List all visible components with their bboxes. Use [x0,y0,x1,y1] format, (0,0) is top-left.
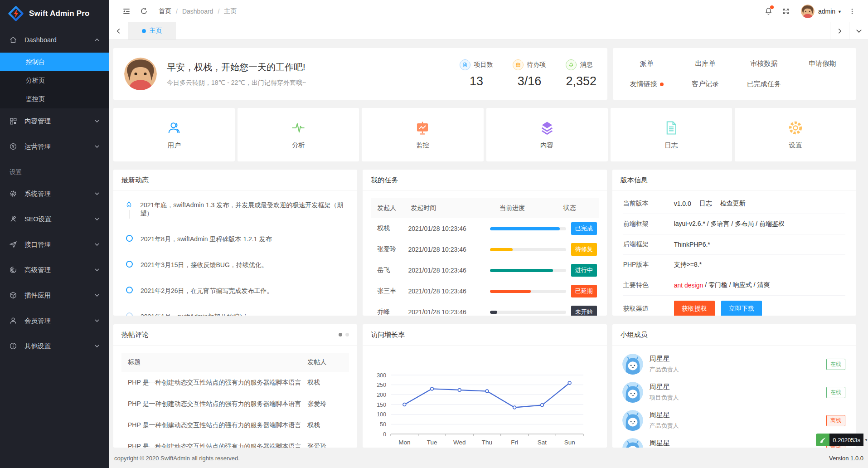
quick-link-done-tasks[interactable]: 已完成任务 [735,80,793,88]
chevron-down-icon [94,216,100,222]
welcome-subtitle: 今日多云转阴，18℃ - 22℃，出门记得穿外套哦~ [167,79,306,87]
home-icon [9,36,17,44]
chevron-down-icon [94,267,100,273]
table-row: PHP 是一种创建动态交互性站点的强有力的服务器端脚本语言 张爱玲 [121,393,349,414]
task-owner: 张三丰 [371,287,408,295]
status-badge: 已延期 [571,285,597,297]
row-label: 前端框架 [623,220,674,228]
shortcut-settings[interactable]: 设置 [735,108,856,161]
row-value: v1.0.0 [674,200,691,207]
quick-link-customers[interactable]: 客户记录 [676,80,734,88]
svg-text:Fri: Fri [511,439,519,446]
list-item: 2021年2月26日，在元宵节编写完成发布工作。 [125,287,346,312]
list-item: 周星星 测试负责人 离线 [622,434,845,448]
sidebar-item-advanced-mgmt[interactable]: 高级管理 [0,257,109,283]
tab-label: 主页 [150,27,162,35]
tabs-scroll-right-icon[interactable] [830,22,849,39]
app-root: Swift Admin Pro Dashboard 控制台 分析页 监控页 [0,0,868,468]
quick-link-dispatch[interactable]: 派单 [617,59,676,68]
task-owner: 张爱玲 [371,245,408,253]
svg-text:50: 50 [380,421,386,428]
notifications-bell-icon[interactable] [760,0,777,22]
chevron-down-icon [94,343,100,349]
subitem-label: 监控页 [26,95,45,103]
user-icon [166,120,182,136]
sidebar-item-api-mgmt[interactable]: 接口管理 [0,232,109,257]
fullscreen-icon[interactable] [777,0,795,22]
paper-plane-icon [9,240,17,249]
post-title[interactable]: PHP 是一种创建动态交互性站点的强有力的服务器端脚本语言 [121,443,307,448]
document-icon [460,59,470,70]
breadcrumb-home[interactable]: 首页 [159,7,171,15]
post-title[interactable]: PHP 是一种创建动态交互性站点的强有力的服务器端脚本语言 [121,400,307,408]
sidebar-item-other-settings[interactable]: 其他设置 [0,333,109,359]
welcome-card: 早安，权栈，开始您一天的工作吧! 今日多云转阴，18℃ - 22℃，出门记得穿外… [113,48,607,100]
quick-link-leave[interactable]: 申请假期 [793,59,852,68]
sidebar-subitem-analysis[interactable]: 分析页 [0,71,109,90]
sidebar-item-dashboard[interactable]: Dashboard [0,27,109,53]
username[interactable]: admin [818,8,835,15]
shortcut-logs[interactable]: 日志 [611,108,732,161]
svg-text:0: 0 [383,431,386,438]
shortcut-monitor[interactable]: 监控 [362,108,483,161]
status-badge: 已完成 [571,222,597,235]
thinkphp-leaf-icon [816,434,829,446]
changelog-link[interactable]: 日志 [699,200,712,208]
refresh-icon[interactable] [135,0,152,22]
sidebar-item-label: 高级管理 [24,266,94,274]
get-license-button[interactable]: 获取授权 [674,301,715,316]
breadcrumb-dashboard[interactable]: Dashboard [182,8,213,15]
kebab-menu-icon[interactable] [844,0,861,22]
app-logo[interactable]: Swift Admin Pro [0,0,109,27]
sidebar-item-seo-settings[interactable]: SEO设置 [0,206,109,232]
my-tasks-card: 我的任务 发起人 发起时间 当前进度 状态 权栈 2021/01/28 10:2… [363,170,606,316]
version-row-backend: 后端框架 ThinkPHP6.* [623,234,845,255]
table-row: PHP 是一种创建动态交互性站点的强有力的服务器端脚本语言 张爱玲 [121,436,349,448]
table-row: 张三丰 2021/01/28 10:23:46 已延期 [371,281,598,302]
download-now-button[interactable]: 立即下载 [721,301,762,316]
yen-circle-icon [9,142,17,151]
quick-links-card: 派单 出库单 审核数据 申请假期 友情链接 客户记录 已完成任务 [613,48,856,100]
post-title[interactable]: PHP 是一种创建动态交互性站点的强有力的服务器端脚本语言 [121,379,307,387]
user-dropdown-caret-icon[interactable]: ▼ [838,10,842,14]
sidebar-item-label: 运营管理 [24,142,94,151]
quick-link-friend-links[interactable]: 友情链接 [617,80,676,88]
breadcrumb-current[interactable]: 主页 [224,7,237,15]
tabs-scroll-left-icon[interactable] [109,22,128,39]
shortcut-users[interactable]: 用户 [113,108,235,161]
dashboard-submenu: 控制台 分析页 监控页 [0,53,109,108]
quick-link-audit[interactable]: 审核数据 [735,59,793,68]
member-name: 周星星 [650,355,679,363]
sidebar-subitem-monitor[interactable]: 监控页 [0,90,109,108]
task-owner: 权栈 [371,224,408,233]
tabs-dropdown-icon[interactable] [849,22,868,39]
sidebar-item-system-mgmt[interactable]: 系统管理 [0,181,109,206]
check-update-link[interactable]: 检查更新 [720,200,746,208]
table-header: 标题 发帖人 [121,353,349,372]
col-header: 状态 [563,204,599,212]
sidebar: Swift Admin Pro Dashboard 控制台 分析页 监控页 [0,0,109,468]
quick-link-outbound[interactable]: 出库单 [676,59,734,68]
row-label: 获取渠道 [623,305,674,313]
table-row: 权栈 2021/01/28 10:23:46 已完成 [371,218,598,239]
shortcut-content[interactable]: 内容 [486,108,608,161]
carousel-dot[interactable] [345,333,349,336]
sidebar-item-content-mgmt[interactable]: 内容管理 [0,108,109,134]
card-title: 访问增长率 [363,324,606,346]
sidebar-item-members[interactable]: 会员管理 [0,308,109,333]
sidebar-item-operations[interactable]: 运营管理 [0,134,109,159]
post-title[interactable]: PHP 是一种创建动态交互性站点的强有力的服务器端脚本语言 [121,421,307,429]
bell-icon [566,59,577,70]
sidebar-subitem-console[interactable]: 控制台 [0,53,109,71]
shortcut-analysis[interactable]: 分析 [238,108,359,161]
user-avatar[interactable] [801,5,815,18]
sidebar-item-plugins[interactable]: 插件应用 [0,283,109,308]
collapse-menu-icon[interactable] [118,0,135,22]
tab-home[interactable]: 主页 [128,22,176,39]
status-badge: 在线 [826,387,845,398]
svg-text:100: 100 [377,411,386,418]
chart-area: 050100150200250300MonTueWedThuFriSatSun [363,346,606,448]
row-value: 支持>=8.* [674,261,702,269]
carousel-dot-active[interactable] [339,333,342,336]
debug-trace-badge[interactable]: 0.202053s ▼ [816,434,868,446]
